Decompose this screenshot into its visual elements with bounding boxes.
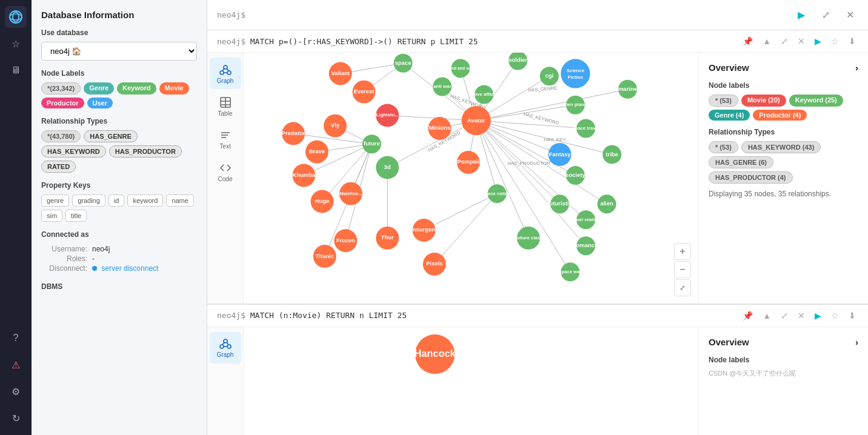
pin-btn-2[interactable]: 📌 — [740, 310, 755, 322]
result-header-actions-2: 📌 ▲ ⤢ ✕ ▶ ☆ ⬇ — [740, 310, 858, 322]
run-query-btn[interactable]: ▶ — [793, 7, 810, 24]
svg-point-90 — [329, 62, 352, 85]
svg-point-82 — [313, 245, 336, 268]
graph-svg-2: Hancock — [244, 327, 698, 435]
rel-type-has-productor[interactable]: HAS_PRODUCTOR — [109, 145, 182, 158]
rel-type-all[interactable]: *(43,780) — [41, 130, 81, 142]
query-prompt: neo4j$ — [217, 10, 245, 19]
zoom-out-btn[interactable]: − — [674, 261, 691, 278]
alert-icon[interactable]: ⚠ — [5, 354, 27, 376]
bookmark-btn-1[interactable]: ☆ — [829, 35, 841, 47]
prop-key-name[interactable]: name — [166, 194, 194, 207]
result-query-2: neo4j$ MATCH (n:Movie) RETURN n LIMIT 25 — [217, 311, 733, 320]
scroll-up-btn-2[interactable]: ▲ — [760, 310, 773, 322]
graph-view-btn-2[interactable]: Graph — [210, 332, 241, 364]
rel-type-has-keyword[interactable]: HAS_KEYWORD — [41, 145, 106, 158]
node-label-movie[interactable]: Movie — [159, 82, 189, 95]
download-btn-1[interactable]: ⬇ — [846, 35, 858, 47]
close-result-btn-2[interactable]: ✕ — [795, 310, 807, 322]
database-select[interactable]: neo4j 🏠 — [41, 42, 197, 61]
svg-point-122 — [488, 184, 507, 203]
code-view-btn[interactable]: Code — [210, 156, 241, 187]
disconnect-label: Disconnect: — [42, 264, 91, 273]
overview-title-text-2: Overview — [709, 337, 749, 347]
expand-result-btn-2[interactable]: ⤢ — [778, 310, 790, 322]
close-query-btn[interactable]: ✕ — [841, 7, 858, 24]
prop-key-grading[interactable]: grading — [72, 194, 105, 207]
svg-point-74 — [339, 182, 362, 205]
prop-key-id[interactable]: id — [109, 194, 125, 207]
svg-point-64 — [428, 117, 451, 140]
expand-btn[interactable]: ⤢ — [817, 7, 834, 24]
connected-as-title: Connected as — [41, 230, 197, 239]
svg-point-138 — [220, 345, 224, 348]
disconnect-link[interactable]: server disconnect — [101, 264, 158, 273]
ov-rt-has-productor[interactable]: HAS_PRODUCTOR (4) — [709, 171, 793, 184]
result-query-1: neo4j$ MATCH p=()-[r:HAS_KEYWORD]->() RE… — [217, 37, 733, 46]
node-label-user[interactable]: User — [87, 98, 113, 108]
svg-point-132 — [561, 59, 590, 88]
bookmark-btn-2[interactable]: ☆ — [829, 310, 841, 322]
monitor-icon[interactable]: 🖥 — [5, 59, 27, 81]
ov-node-labels-title: Node labels — [709, 81, 858, 90]
svg-point-110 — [576, 119, 595, 138]
close-result-btn-1[interactable]: ✕ — [795, 35, 807, 47]
svg-point-139 — [227, 345, 231, 348]
prop-key-sim[interactable]: sim — [41, 210, 62, 222]
ov-nl-productor[interactable]: Productor (4) — [753, 110, 807, 121]
svg-point-102 — [475, 85, 493, 104]
svg-text:HAS_KEY...: HAS_KEY... — [544, 137, 569, 142]
help-icon[interactable]: ? — [5, 327, 27, 349]
logo-icon[interactable] — [5, 6, 27, 28]
node-labels-title: Node Labels — [41, 69, 197, 78]
ov-nl-all[interactable]: * (53) — [709, 95, 738, 107]
zoom-in-btn[interactable]: + — [674, 243, 691, 260]
csdn-watermark: CSDN @今天又干了些什么呢 — [709, 369, 858, 378]
download-btn-2[interactable]: ⬇ — [846, 310, 858, 322]
prop-key-keyword[interactable]: keyword — [127, 194, 163, 207]
table-view-btn[interactable]: Table — [210, 90, 241, 122]
pin-btn-1[interactable]: 📌 — [740, 35, 755, 47]
rel-type-rated[interactable]: RATED — [41, 161, 76, 173]
overview-title-1: Overview › — [709, 62, 858, 73]
ov-nl-genre[interactable]: Genre (4) — [709, 110, 750, 121]
node-label-all[interactable]: *(23,342) — [41, 82, 81, 95]
prop-key-genre[interactable]: genre — [41, 194, 69, 207]
ov-rt-has-keyword[interactable]: HAS_KEYWORD (43) — [741, 141, 821, 153]
graph-canvas-1[interactable]: HAS_KEYWORD HAS_KEYWORD HAS_KEYWORD HAS_… — [244, 53, 698, 304]
username-label: Username: — [42, 245, 91, 253]
star-icon[interactable]: ☆ — [5, 33, 27, 55]
svg-line-43 — [424, 194, 497, 230]
refresh-icon[interactable]: ↻ — [5, 407, 27, 429]
text-view-btn[interactable]: Text — [210, 123, 241, 154]
svg-point-60 — [376, 156, 399, 179]
result-body-1: Graph Table — [207, 53, 868, 304]
svg-point-76 — [412, 219, 435, 242]
rerun-btn-2[interactable]: ▶ — [812, 310, 824, 322]
rel-type-has-genre[interactable]: HAS_GENRE — [84, 130, 137, 142]
ov-nl-movie[interactable]: Movie (20) — [741, 95, 786, 107]
svg-point-5 — [227, 71, 231, 75]
svg-point-84 — [282, 122, 305, 145]
node-label-keyword[interactable]: Keyword — [117, 82, 156, 95]
graph-canvas-2[interactable]: Hancock — [244, 327, 698, 435]
main-content: neo4j$ ▶ ⤢ ✕ neo4j$ MATCH p=()-[r:HAS_KE… — [207, 0, 868, 435]
expand-result-btn-1[interactable]: ⤢ — [778, 35, 790, 47]
overview-chevron-2: › — [855, 337, 858, 347]
ov-rt-all[interactable]: * (53) — [709, 141, 738, 153]
node-label-productor[interactable]: Productor — [41, 98, 84, 108]
ov-nl-keyword[interactable]: Keyword (25) — [789, 95, 843, 107]
node-label-genre[interactable]: Genre — [84, 82, 114, 95]
rerun-btn-1[interactable]: ▶ — [812, 35, 824, 47]
connected-info: Username: neo4j Roles: - Disconnect: ser… — [41, 244, 197, 274]
ov-rt-has-genre[interactable]: HAS_GENRE (6) — [709, 156, 773, 168]
graph-view-btn[interactable]: Graph — [210, 58, 241, 89]
viz-toolbar-2: Graph — [207, 327, 244, 435]
prop-key-title[interactable]: title — [65, 210, 87, 222]
scroll-up-btn-1[interactable]: ▲ — [760, 35, 773, 47]
fit-view-btn[interactable]: ⤢ — [674, 279, 691, 296]
result-block-2: neo4j$ MATCH (n:Movie) RETURN n LIMIT 25… — [207, 305, 868, 435]
settings-icon[interactable]: ⚙ — [5, 380, 27, 402]
overview-panel-1: Overview › Node labels * (53) Movie (20)… — [698, 53, 868, 304]
query-prompt-2: neo4j$ — [217, 311, 250, 320]
